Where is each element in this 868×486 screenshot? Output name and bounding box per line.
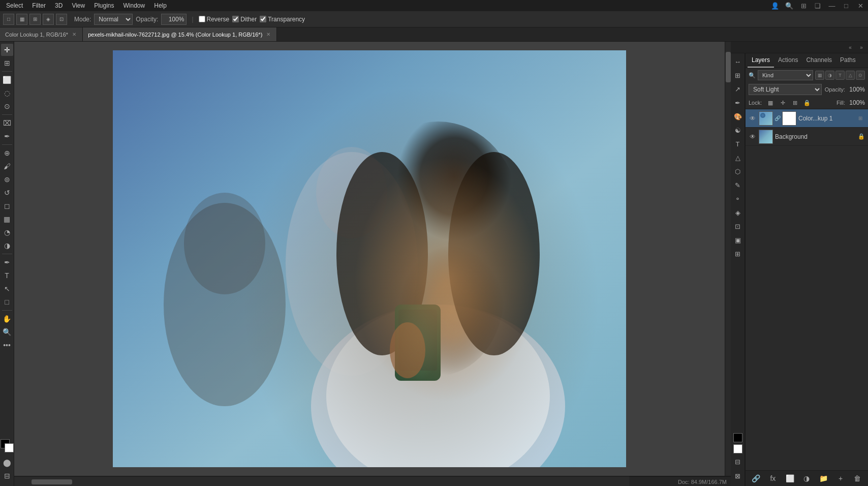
type-tool[interactable]: T bbox=[1, 269, 13, 282]
hand-tool[interactable]: ✋ bbox=[1, 313, 13, 325]
layers-icon-adjust[interactable]: ☯ bbox=[732, 124, 744, 136]
layout-icon[interactable]: ⊠ bbox=[732, 470, 744, 482]
minimize-icon[interactable]: — bbox=[826, 0, 838, 11]
layer-row-background[interactable]: 👁 Background 🔒 bbox=[746, 128, 868, 146]
menu-3d[interactable]: 3D bbox=[51, 1, 67, 10]
gradient-tool[interactable]: ▦ bbox=[1, 213, 13, 225]
layers-icon-crop2[interactable]: ⊞ bbox=[732, 248, 744, 260]
filter-shape-icon[interactable]: △ bbox=[846, 71, 855, 80]
screen-mode-right[interactable]: ⊟ bbox=[732, 455, 744, 468]
search-icon[interactable]: 🔍 bbox=[784, 0, 795, 11]
layers-icon-shape[interactable]: △ bbox=[732, 151, 744, 164]
layers-icon-select[interactable]: ↗ bbox=[732, 83, 744, 95]
arrange-icon[interactable]: ❏ bbox=[812, 0, 823, 11]
dodge-tool[interactable]: ◑ bbox=[1, 239, 13, 252]
crop-tool[interactable]: ⌧ bbox=[1, 117, 13, 129]
layers-icon-gradient2[interactable]: ▣ bbox=[732, 234, 744, 246]
artboard-tool[interactable]: ⊞ bbox=[1, 57, 13, 69]
healing-brush-tool[interactable]: ⊕ bbox=[1, 147, 13, 159]
mode-select[interactable]: Normal Dissolve Multiply Screen bbox=[94, 14, 133, 25]
add-fx-btn[interactable]: fx bbox=[767, 473, 779, 484]
eyedropper-tool[interactable]: ✒ bbox=[1, 130, 13, 142]
filter-pixel-icon[interactable]: ▦ bbox=[815, 71, 824, 80]
collapse-panel-left[interactable]: « bbox=[846, 43, 855, 52]
layers-icon-3d[interactable]: ⬡ bbox=[732, 165, 744, 177]
screen-mode-btn[interactable]: ⊟ bbox=[1, 470, 13, 482]
tab-layers[interactable]: Layers bbox=[748, 53, 774, 68]
tab-paths[interactable]: Paths bbox=[836, 53, 860, 68]
layers-icon-paint[interactable]: 🎨 bbox=[732, 110, 744, 123]
blur-tool[interactable]: ◔ bbox=[1, 226, 13, 238]
transparency-checkbox[interactable] bbox=[260, 16, 266, 22]
layer-row-color-lookup[interactable]: 👁 🔗 Color...kup 1 ⊞ bbox=[746, 109, 868, 128]
tab-color-lookup[interactable]: Color Lookup 1, RGB/16* ✕ bbox=[0, 27, 83, 41]
zoom-tool[interactable]: 🔍 bbox=[1, 326, 13, 338]
more-tools[interactable]: ••• bbox=[1, 339, 13, 351]
tab-close-2[interactable]: ✕ bbox=[265, 32, 271, 37]
add-group-btn[interactable]: 📁 bbox=[818, 473, 829, 484]
lock-image-btn[interactable]: ▦ bbox=[766, 98, 775, 107]
opacity-input[interactable] bbox=[161, 14, 187, 25]
delete-layer-btn[interactable]: 🗑 bbox=[852, 473, 863, 484]
horizontal-scrollbar[interactable] bbox=[14, 476, 629, 486]
tab-close-1[interactable]: ✕ bbox=[71, 32, 77, 37]
quick-select-tool[interactable]: ⊙ bbox=[1, 100, 13, 112]
filter-type-icon[interactable]: T bbox=[835, 71, 845, 80]
workspace-icon[interactable]: ⊞ bbox=[798, 0, 809, 11]
menu-window[interactable]: Window bbox=[119, 1, 149, 10]
layer-eye-1[interactable]: 👁 bbox=[749, 114, 757, 123]
layer-eye-2[interactable]: 👁 bbox=[749, 133, 757, 141]
menu-plugins[interactable]: Plugins bbox=[90, 1, 118, 10]
blend-mode-select[interactable]: Normal Dissolve Soft Light Hard Light Ov… bbox=[749, 84, 822, 95]
bg-swatch-right[interactable] bbox=[733, 444, 742, 453]
path-select-tool[interactable]: ↖ bbox=[1, 283, 13, 295]
menu-help[interactable]: Help bbox=[150, 1, 171, 10]
add-mask-btn[interactable]: ⬜ bbox=[784, 473, 795, 484]
brush-tool[interactable]: 🖌 bbox=[1, 160, 13, 172]
background-color[interactable] bbox=[5, 443, 14, 452]
lock-position-btn[interactable]: ✛ bbox=[778, 98, 787, 107]
layer-options-1[interactable]: ⊞ bbox=[856, 114, 865, 123]
layers-icon-transform[interactable]: ⊞ bbox=[732, 69, 744, 81]
tab-channels[interactable]: Channels bbox=[802, 53, 836, 68]
preset-btn-2[interactable]: ▦ bbox=[16, 14, 27, 25]
stamp-tool[interactable]: ⊚ bbox=[1, 173, 13, 186]
kind-select[interactable]: Kind Name Effect Mode Attribute Color bbox=[758, 70, 813, 80]
menu-select[interactable]: Select bbox=[2, 1, 27, 10]
collapse-panel-right[interactable]: » bbox=[857, 43, 866, 52]
layers-icon-pen[interactable]: ✎ bbox=[732, 179, 744, 191]
add-layer-btn[interactable]: + bbox=[835, 473, 846, 484]
fg-swatch-right[interactable] bbox=[733, 433, 742, 442]
layers-icon-clone[interactable]: ◈ bbox=[732, 206, 744, 219]
reverse-checkbox[interactable] bbox=[199, 16, 205, 22]
dither-checkbox-label[interactable]: Dither bbox=[232, 16, 257, 23]
filter-smart-icon[interactable]: ⊙ bbox=[856, 71, 865, 80]
restore-icon[interactable]: □ bbox=[841, 0, 852, 11]
tab-actions[interactable]: Actions bbox=[774, 53, 802, 68]
layers-icon-eraser2[interactable]: ⊡ bbox=[732, 220, 744, 232]
reverse-checkbox-label[interactable]: Reverse bbox=[199, 16, 230, 23]
link-layers-btn[interactable]: 🔗 bbox=[751, 473, 762, 484]
add-adjustment-btn[interactable]: ◑ bbox=[801, 473, 812, 484]
tab-photo[interactable]: pexels-mikhail-nilov-7622712.jpg @ 15.4%… bbox=[83, 27, 277, 41]
layers-icon-path[interactable]: ✒ bbox=[732, 97, 744, 109]
transparency-checkbox-label[interactable]: Transparency bbox=[260, 16, 305, 23]
layers-icon-brush2[interactable]: ⚬ bbox=[732, 193, 744, 205]
preset-btn-5[interactable]: ⊡ bbox=[56, 14, 67, 25]
menu-filter[interactable]: Filter bbox=[28, 1, 50, 10]
menu-view[interactable]: View bbox=[68, 1, 89, 10]
dither-checkbox[interactable] bbox=[232, 16, 239, 22]
quick-mask-btn[interactable]: ⬤ bbox=[1, 457, 13, 469]
move-tool[interactable]: ✛ bbox=[1, 44, 13, 56]
lock-artboard-btn[interactable]: ⊞ bbox=[790, 98, 799, 107]
preset-btn-3[interactable]: ⊞ bbox=[29, 14, 41, 25]
lasso-tool[interactable]: ◌ bbox=[1, 87, 13, 99]
layers-icon-move[interactable]: ↔ bbox=[732, 55, 744, 68]
user-icon[interactable]: 👤 bbox=[769, 0, 781, 11]
close-app-icon[interactable]: ✕ bbox=[855, 0, 866, 11]
eraser-tool[interactable]: ◻ bbox=[1, 200, 13, 212]
shape-tool[interactable]: □ bbox=[1, 296, 13, 308]
marquee-tool[interactable]: ⬜ bbox=[1, 74, 13, 86]
preset-btn-4[interactable]: ◈ bbox=[43, 14, 54, 25]
lock-all-btn[interactable]: 🔒 bbox=[802, 98, 812, 107]
